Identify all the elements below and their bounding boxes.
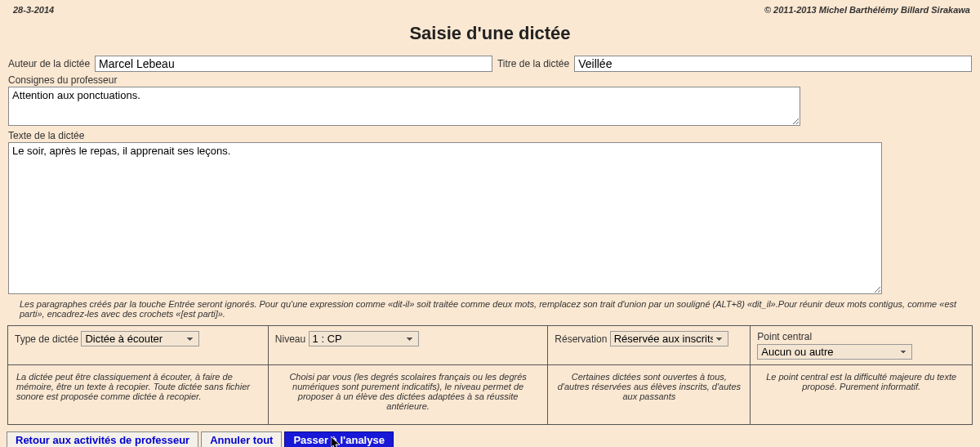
date-display: 28-3-2014 [13,5,54,15]
type-select[interactable]: Dictée à écouter [81,331,199,346]
point-description: Le point central est la difficulté majeu… [751,365,973,425]
author-label: Auteur de la dictée [8,58,90,69]
page-title: Saisie d'une dictée [3,23,977,44]
title-input[interactable] [574,56,972,72]
cancel-button[interactable]: Annuler tout [201,431,282,447]
back-button[interactable]: Retour aux activités de professeur [7,431,198,447]
reservation-description: Certaines dictées sont ouvertes à tous, … [548,365,751,425]
reservation-select[interactable]: Réservée aux inscrits [610,331,728,346]
reservation-label: Réservation [555,333,607,345]
copyright-display: © 2011-2013 Michel Barthélémy Billard Si… [764,5,970,15]
hint-text: Les paragraphes créés par la touche Entr… [3,294,977,325]
author-input[interactable] [95,56,492,72]
texte-label: Texte de la dictée [3,129,977,142]
point-select[interactable]: Aucun ou autre [757,344,912,360]
options-table: Type de dictée Dictée à écouter Niveau 1… [7,325,973,425]
type-label: Type de dictée [15,333,78,345]
niveau-description: Choisi par vous (les degrés scolaires fr… [268,365,547,425]
type-description: La dictée peut être classiquement à écou… [8,365,269,425]
analyze-button[interactable]: Passer à l'analyse [284,431,394,447]
point-label: Point central [757,331,812,342]
consignes-textarea[interactable]: Attention aux ponctuations. [8,87,800,126]
niveau-label: Niveau [275,333,305,345]
texte-textarea[interactable]: Le soir, après le repas, il apprenait se… [8,142,882,294]
niveau-select[interactable]: 1 : CP [309,331,419,346]
consignes-label: Consignes du professeur [3,74,977,87]
title-label: Titre de la dictée [497,58,569,69]
